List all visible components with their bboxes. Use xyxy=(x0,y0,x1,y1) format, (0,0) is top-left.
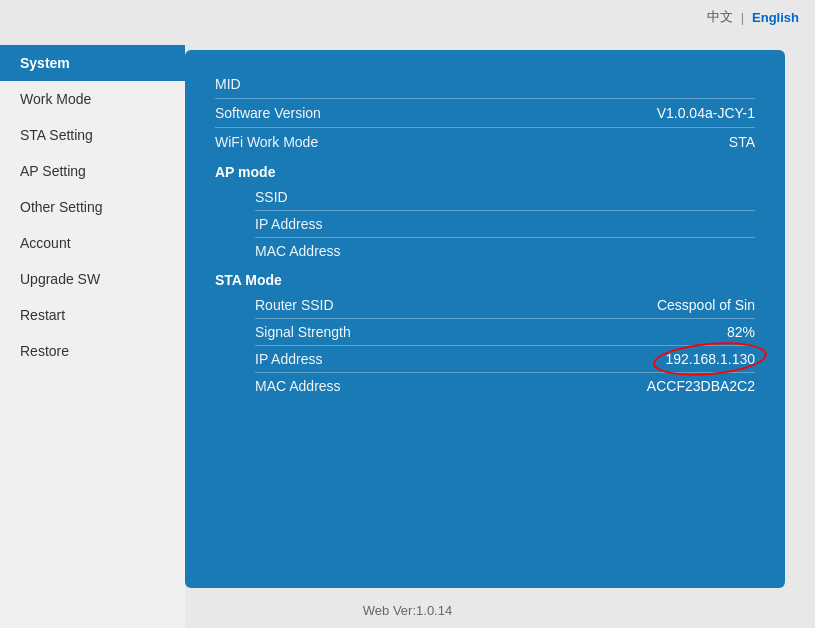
row-label: Software Version xyxy=(215,105,321,121)
row-label: MID xyxy=(215,76,241,92)
ap-mode-table: SSIDIP AddressMAC Address xyxy=(215,184,755,264)
row-label: WiFi Work Mode xyxy=(215,134,318,150)
sidebar-item-restart[interactable]: Restart xyxy=(0,297,185,333)
sidebar: SystemWork ModeSTA SettingAP SettingOthe… xyxy=(0,45,185,628)
sta-row-value: 82% xyxy=(727,324,755,340)
info-row: MID xyxy=(215,70,755,99)
language-bar: 中文 | English xyxy=(691,0,815,34)
info-row: Software VersionV1.0.04a-JCY-1 xyxy=(215,99,755,128)
sidebar-item-system[interactable]: System xyxy=(0,45,185,81)
main-content: MIDSoftware VersionV1.0.04a-JCY-1WiFi Wo… xyxy=(185,50,785,588)
sta-mode-header: STA Mode xyxy=(215,264,755,292)
lang-separator: | xyxy=(741,10,744,25)
sta-row: MAC AddressACCF23DBA2C2 xyxy=(255,373,755,399)
sta-row-label: Signal Strength xyxy=(255,324,351,340)
ap-row-label: MAC Address xyxy=(255,243,341,259)
sta-row-label: Router SSID xyxy=(255,297,334,313)
sidebar-item-account[interactable]: Account xyxy=(0,225,185,261)
sidebar-item-sta-setting[interactable]: STA Setting xyxy=(0,117,185,153)
lang-en-button[interactable]: English xyxy=(752,10,799,25)
ap-mode-header: AP mode xyxy=(215,156,755,184)
sta-row-value: Cesspool of Sin xyxy=(657,297,755,313)
ap-row: IP Address xyxy=(255,211,755,238)
footer: Web Ver:1.0.14 xyxy=(0,603,815,618)
sidebar-item-restore[interactable]: Restore xyxy=(0,333,185,369)
sta-row: IP Address 192.168.1.130 xyxy=(255,346,755,373)
sidebar-item-work-mode[interactable]: Work Mode xyxy=(0,81,185,117)
ap-row: SSID xyxy=(255,184,755,211)
sta-row: Signal Strength82% xyxy=(255,319,755,346)
sta-row-value-ip: 192.168.1.130 xyxy=(665,351,755,367)
sta-row-label: MAC Address xyxy=(255,378,341,394)
info-row: WiFi Work ModeSTA xyxy=(215,128,755,156)
sidebar-item-other-setting[interactable]: Other Setting xyxy=(0,189,185,225)
sta-row: Router SSIDCesspool of Sin xyxy=(255,292,755,319)
web-version-label: Web Ver:1.0.14 xyxy=(363,603,452,618)
row-value: STA xyxy=(729,134,755,150)
ap-row: MAC Address xyxy=(255,238,755,264)
lang-zh-button[interactable]: 中文 xyxy=(707,8,733,26)
ap-row-label: SSID xyxy=(255,189,288,205)
sta-row-label: IP Address xyxy=(255,351,322,367)
sidebar-item-upgrade-sw[interactable]: Upgrade SW xyxy=(0,261,185,297)
sta-mode-table: Router SSIDCesspool of SinSignal Strengt… xyxy=(215,292,755,399)
system-info-table: MIDSoftware VersionV1.0.04a-JCY-1WiFi Wo… xyxy=(215,70,755,399)
row-value: V1.0.04a-JCY-1 xyxy=(657,105,755,121)
sidebar-item-ap-setting[interactable]: AP Setting xyxy=(0,153,185,189)
sta-row-value: ACCF23DBA2C2 xyxy=(647,378,755,394)
ap-row-label: IP Address xyxy=(255,216,322,232)
